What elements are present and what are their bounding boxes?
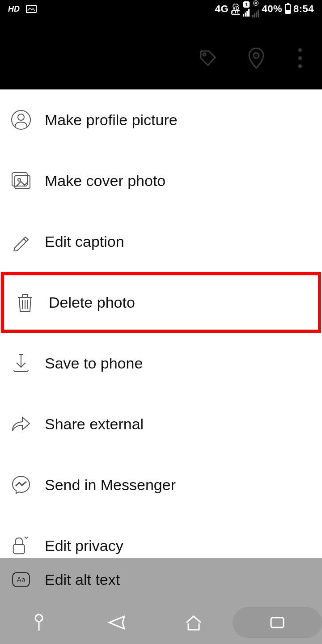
menu-item-delete-photo[interactable]: Delete photo: [1, 272, 321, 333]
pencil-icon: [10, 230, 32, 253]
menu-item-label: Save to phone: [45, 355, 143, 372]
menu-item-label: Delete photo: [49, 294, 135, 311]
menu-item-edit-alt-text[interactable]: Aa Edit alt text: [0, 558, 322, 601]
svg-text:Aa: Aa: [17, 576, 25, 584]
menu-item-label: Edit caption: [45, 233, 124, 250]
svg-point-3: [18, 114, 24, 120]
location-icon[interactable]: [244, 46, 268, 70]
nav-home-button[interactable]: [155, 614, 233, 631]
app-bar: [0, 18, 322, 89]
menu-item-share-external[interactable]: Share external: [0, 394, 322, 454]
battery-icon: [285, 4, 291, 14]
tag-icon[interactable]: [195, 46, 219, 70]
alt-text-icon: Aa: [10, 568, 32, 591]
network-type: 4G: [215, 3, 229, 15]
nav-assistant-button[interactable]: [0, 613, 77, 632]
svg-point-14: [35, 614, 42, 622]
menu-item-make-cover-photo[interactable]: Make cover photo: [0, 150, 322, 211]
sim2-signal-icon: ✕: [252, 0, 259, 17]
status-bar: HD 4G VO LTE 1 ✕ 40% 8:54: [0, 0, 322, 18]
svg-rect-11: [13, 544, 25, 554]
menu-item-label: Edit privacy: [45, 537, 123, 555]
trash-icon: [14, 291, 36, 314]
nav-back-button[interactable]: [77, 614, 155, 631]
menu-item-label: Edit alt text: [45, 571, 120, 589]
battery-percentage: 40%: [262, 3, 282, 15]
menu-item-label: Send in Messenger: [45, 476, 176, 494]
share-icon: [10, 413, 32, 435]
more-options-icon[interactable]: [293, 48, 307, 68]
menu-item-edit-caption[interactable]: Edit caption: [0, 211, 322, 272]
menu-item-send-in-messenger[interactable]: Send in Messenger: [0, 454, 322, 515]
volte-icon: VO LTE: [231, 3, 240, 14]
svg-rect-17: [271, 618, 284, 627]
profile-icon: [10, 109, 32, 131]
download-icon: [10, 352, 32, 374]
svg-point-6: [18, 178, 21, 181]
menu-item-label: Make profile picture: [45, 111, 178, 129]
menu-item-label: Make cover photo: [45, 172, 165, 190]
svg-point-0: [203, 53, 206, 56]
lock-icon: [10, 534, 32, 557]
clock: 8:54: [293, 3, 314, 15]
menu-item-save-to-phone[interactable]: Save to phone: [0, 333, 322, 394]
system-nav-bar: [0, 601, 322, 644]
svg-line-7: [24, 239, 26, 242]
photo-options-menu: Make profile picture Make cover photo Ed…: [0, 89, 322, 576]
hd-indicator: HD: [8, 4, 20, 14]
svg-marker-16: [109, 616, 124, 629]
menu-item-label: Share external: [45, 415, 144, 433]
cover-photo-icon: [10, 169, 32, 192]
menu-item-make-profile-picture[interactable]: Make profile picture: [0, 89, 322, 150]
messenger-icon: [10, 474, 32, 496]
sim1-signal-icon: 1: [243, 1, 250, 17]
nav-recent-button[interactable]: [233, 607, 322, 638]
svg-point-1: [254, 53, 259, 58]
screenshot-icon: [26, 5, 37, 13]
